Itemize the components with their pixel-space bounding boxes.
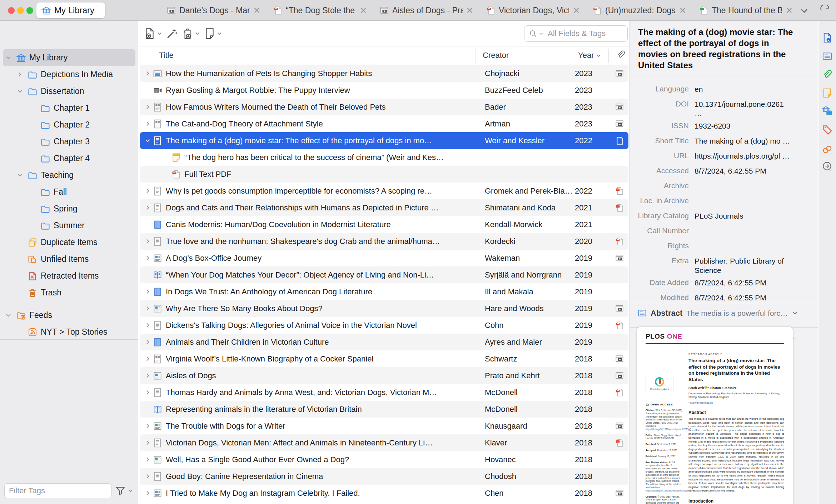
table-row[interactable]: “When Your Dog Matches Your Decor”: Obje… [140,266,628,283]
table-row[interactable]: I Tried to Make My Dog an Instagram Cele… [140,485,628,501]
sidebar-item[interactable]: Trash [0,284,138,301]
table-row[interactable]: Dickens's Talking Dogs: Allegories of An… [140,317,628,334]
twisty-icon[interactable] [143,287,152,296]
sidebar-item[interactable]: Chapter 2 [0,116,138,133]
table-row[interactable]: Good Boy: Canine Representation in Cinem… [140,468,628,485]
twisty-icon[interactable] [143,321,152,330]
close-tab-icon[interactable] [466,6,474,14]
field-value[interactable]: 1932-6203 [689,118,793,131]
twisty-icon[interactable] [143,421,152,431]
sidebar-item[interactable]: Teaching [0,167,138,184]
twisty-icon[interactable] [143,455,152,464]
sidebar-item[interactable]: Chapter 1 [0,100,138,116]
table-row[interactable]: Thomas Hardy and Animals by Anna West, a… [140,384,628,401]
twisty-icon[interactable] [143,371,152,380]
column-header-year[interactable]: Year [578,51,601,60]
reader-tab[interactable]: “The Dog Stole the [267,0,374,21]
table-row[interactable]: How the Humanization of Pets Is Changing… [140,65,628,82]
twisty-icon[interactable] [15,238,24,247]
table-row[interactable]: Aisles of Dogs Prato and Kehrt 2018 [140,367,628,384]
reader-tab[interactable]: (Un)muzzled: Dogs [587,0,693,21]
sidebar-item[interactable]: NYT > Top Stories [0,324,138,340]
twisty-icon[interactable] [143,69,152,78]
twisty-icon[interactable] [143,489,152,498]
table-row[interactable]: The making of a (dog) movie star: The ef… [140,132,628,149]
column-header-attachment-paperclip-icon[interactable] [616,50,626,60]
field-value[interactable]: Publisher: Public Library of Science [689,253,793,275]
zoom-window-button[interactable] [26,7,33,14]
tag-filter-funnel-icon[interactable] [115,485,126,496]
twisty-icon[interactable] [28,137,37,146]
field-value[interactable] [689,238,793,241]
notes-icon[interactable] [822,88,833,99]
reader-tab[interactable]: The Hound of the B [693,0,800,21]
field-row[interactable]: Rights [630,238,818,253]
twisty-icon[interactable] [15,328,24,337]
twisty-icon[interactable] [143,338,152,347]
twisty-icon[interactable] [28,221,37,230]
field-row[interactable]: Modified 8/7/2024, 6:42:55 PM [630,290,818,305]
field-value[interactable] [689,178,793,181]
sidebar-item[interactable]: Depictions In Media [0,66,138,83]
field-row[interactable]: Language en [630,81,818,96]
twisty-icon[interactable] [143,86,152,95]
field-row[interactable]: Call Number [630,223,818,238]
field-value[interactable] [689,223,793,226]
sidebar-item[interactable]: Chapter 3 [0,133,138,150]
column-header-creator[interactable]: Creator [483,51,509,60]
field-value[interactable]: PLoS Journals [689,208,793,221]
field-row[interactable]: Accessed 8/7/2024, 6:42:55 PM [630,163,818,178]
sidebar-item[interactable]: Retracted Items [0,268,138,284]
twisty-icon[interactable] [15,70,24,79]
sync-icon[interactable] [820,5,831,16]
table-row[interactable]: Dogs and Cats and Their Relationships wi… [140,199,628,216]
close-tab-icon[interactable] [572,6,580,14]
table-row[interactable]: “The dog hero has been critical to the s… [140,149,628,166]
table-row[interactable]: True love and the nonhuman: Shakespeare'… [140,233,628,250]
twisty-icon[interactable] [143,136,152,145]
close-tab-icon[interactable] [253,6,261,14]
close-tab-icon[interactable] [359,6,367,14]
field-row[interactable]: ISSN 1932-6203 [630,118,818,133]
column-header-title[interactable]: Title [159,51,174,60]
field-row[interactable]: DOI 10.1371/journal.pone.0261 … [630,96,818,118]
item-title[interactable]: The making of a (dog) movie star: The ef… [638,26,793,71]
pdf-attachment-preview[interactable]: PLOSONE Check for updates OPEN ACCESS Ci… [637,327,793,504]
sidebar-item[interactable]: Dissertation [0,83,138,100]
field-value[interactable]: 8/7/2024, 6:42:55 PM [689,290,793,303]
field-row[interactable]: Archive [630,178,818,193]
reader-tab[interactable]: Dante’s Dogs - Man [161,0,267,21]
table-row[interactable]: Victorian Dogs, Victorian Men: Affect an… [140,434,628,451]
field-value[interactable]: 8/7/2024, 6:42:55 PM [689,275,793,288]
close-tab-icon[interactable] [679,6,687,14]
sidebar-item[interactable]: Unfiled Items [0,251,138,268]
field-value[interactable]: https://journals.plos.org/pl … [689,148,793,161]
table-row[interactable]: Ryan Gosling & Margot Robbie: The Puppy … [140,82,628,99]
add-by-identifier-button[interactable] [166,28,178,40]
field-value[interactable]: 8/7/2024, 6:42:55 PM [689,163,793,176]
tab-overflow-chevron-icon[interactable] [800,6,809,15]
tags-icon[interactable] [822,124,833,135]
twisty-icon[interactable] [143,119,152,129]
twisty-icon[interactable] [15,87,24,96]
table-row[interactable]: Well, Has a Single Good Author Ever Owne… [140,451,628,468]
field-value[interactable]: 10.1371/journal.pone.0261 … [689,96,793,118]
twisty-icon[interactable] [28,204,37,214]
twisty-icon[interactable] [143,270,152,280]
twisty-icon[interactable] [143,354,152,364]
abstract-icon[interactable] [822,51,833,62]
abstract-section[interactable]: Abstract The media is a powerful forc… [630,303,818,323]
table-row[interactable]: How Famous Writers Mourned the Death of … [140,99,628,115]
twisty-icon[interactable] [28,104,37,113]
twisty-icon[interactable] [143,438,152,448]
table-row[interactable]: Full Text PDF [140,166,628,183]
table-row[interactable]: Canis Modernis: Human/Dog Coevolution in… [140,216,628,233]
twisty-icon[interactable] [143,203,152,213]
field-row[interactable]: Loc. in Archive [630,193,818,208]
table-row[interactable]: Virginia Woolf’s Little-Known Biography … [140,350,628,367]
attachments-paperclip-icon[interactable] [822,69,833,80]
sidebar-item[interactable]: Duplicate Items [0,234,138,251]
tag-filter-input[interactable] [4,483,111,498]
twisty-icon[interactable] [143,405,152,414]
sidebar-item[interactable]: Chapter 4 [0,150,138,167]
